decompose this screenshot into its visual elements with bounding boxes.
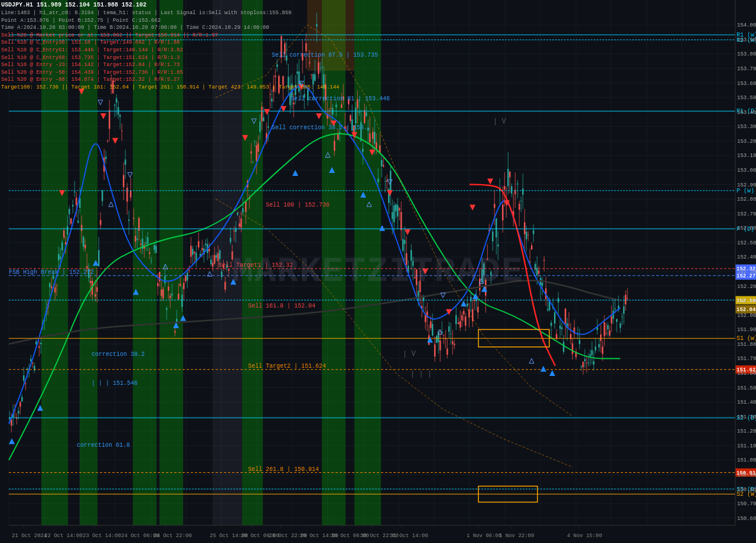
chart-container: USDJPY.H1 151.989 152.104 151.988 152.10… xyxy=(0,0,756,543)
main-chart xyxy=(0,0,756,543)
